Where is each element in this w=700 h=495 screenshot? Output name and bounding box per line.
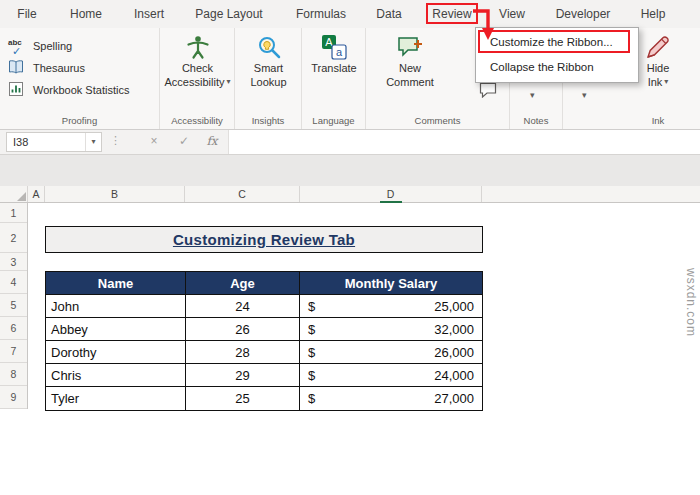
- cell-name[interactable]: Abbey: [46, 318, 186, 340]
- notes-dropdown-icon[interactable]: ▾: [530, 90, 535, 100]
- row-header-6[interactable]: 6: [0, 317, 27, 340]
- cell-name[interactable]: Tyler: [46, 387, 186, 410]
- salary-value: 26,000: [434, 345, 474, 360]
- cell-age[interactable]: 29: [186, 364, 300, 386]
- row-header-3[interactable]: 3: [0, 253, 27, 271]
- row-header-1[interactable]: 1: [0, 203, 27, 223]
- tab-help[interactable]: Help: [638, 0, 668, 28]
- ribbon-group-insights: Smart Lookup Insights: [235, 28, 302, 129]
- salary-value: 25,000: [434, 299, 474, 314]
- table-header-age[interactable]: Age: [186, 272, 300, 294]
- tab-file[interactable]: File: [13, 0, 41, 28]
- table-header-salary[interactable]: Monthly Salary: [300, 272, 482, 294]
- translate-button[interactable]: Aa Translate: [303, 34, 365, 74]
- cell-salary[interactable]: $27,000: [300, 387, 482, 410]
- cell-name[interactable]: John: [46, 295, 186, 317]
- ribbon-group-language: Aa Translate Language: [302, 28, 366, 129]
- salary-value: 32,000: [434, 322, 474, 337]
- spelling-button[interactable]: abc ✓ Spelling: [8, 36, 72, 56]
- watermark: wsxdn.com: [684, 268, 698, 337]
- tab-developer[interactable]: Developer: [554, 0, 612, 28]
- column-header-a[interactable]: A: [28, 186, 45, 202]
- column-header-filler: [482, 186, 700, 202]
- show-comments-icon[interactable]: [478, 82, 498, 98]
- row-header-4[interactable]: 4: [0, 271, 27, 294]
- check-accessibility-button[interactable]: Check Accessibility▾: [163, 34, 232, 88]
- title-cell[interactable]: Customizing Review Tab: [45, 226, 483, 253]
- table-row: John 24 $25,000: [46, 295, 482, 318]
- table-row: Chris 29 $24,000: [46, 364, 482, 387]
- hide-ink-label-2: Ink: [648, 76, 663, 88]
- row-header-9[interactable]: 9: [0, 386, 27, 409]
- formula-input[interactable]: [228, 130, 700, 154]
- new-comment-label-1: New: [399, 62, 421, 74]
- group-label-ink: Ink: [629, 115, 687, 126]
- currency-symbol: $: [308, 345, 315, 360]
- cancel-icon[interactable]: ×: [144, 134, 164, 148]
- name-box-value: I38: [7, 136, 85, 148]
- cell-salary[interactable]: $26,000: [300, 341, 482, 363]
- select-all-triangle-icon: [17, 192, 26, 201]
- column-header-b[interactable]: B: [45, 186, 185, 202]
- ribbon-group-accessibility: Check Accessibility▾ Accessibility: [160, 28, 235, 129]
- active-column-indicator: [380, 201, 402, 203]
- sheet-grid: A B C D 1 2 3 4 5 6 7 8 9 Customizing Re…: [0, 186, 700, 495]
- cell-age[interactable]: 28: [186, 341, 300, 363]
- hide-ink-label-1: Hide: [647, 62, 670, 74]
- enter-icon[interactable]: ✓: [174, 134, 194, 148]
- spelling-check-glyph: ✓: [12, 45, 21, 58]
- spacer-strip: [0, 155, 700, 186]
- column-header-c[interactable]: C: [185, 186, 300, 202]
- tab-data[interactable]: Data: [374, 0, 404, 28]
- cell-salary[interactable]: $32,000: [300, 318, 482, 340]
- row-header-5[interactable]: 5: [0, 294, 27, 317]
- name-box[interactable]: I38 ▾: [6, 132, 102, 152]
- tab-insert[interactable]: Insert: [132, 0, 166, 28]
- annotation-arrow: [470, 3, 502, 45]
- table-row: Dorothy 28 $26,000: [46, 341, 482, 364]
- workbook-statistics-icon: [8, 81, 28, 99]
- table-row: Abbey 26 $32,000: [46, 318, 482, 341]
- currency-symbol: $: [308, 391, 315, 406]
- row-header-column: 1 2 3 4 5 6 7 8 9: [0, 203, 28, 409]
- column-header-row: A B C D: [0, 186, 700, 203]
- workbook-statistics-label: Workbook Statistics: [33, 84, 129, 96]
- workbook-statistics-button[interactable]: Workbook Statistics: [8, 80, 129, 100]
- new-comment-icon: [397, 34, 423, 60]
- smart-lookup-icon: [256, 34, 282, 60]
- cell-age[interactable]: 25: [186, 387, 300, 410]
- group-label-notes[interactable]: Notes: [510, 115, 562, 126]
- formula-bar-handle-icon[interactable]: ⋮: [110, 134, 121, 147]
- ribbon-tab-bar: File Home Insert Page Layout Formulas Da…: [0, 0, 700, 28]
- salary-value: 27,000: [434, 391, 474, 406]
- menu-item-collapse-ribbon[interactable]: Collapse the Ribbon: [476, 55, 638, 80]
- data-table: Name Age Monthly Salary John 24 $25,000 …: [45, 271, 483, 411]
- chevron-down-icon: ▾: [664, 76, 668, 88]
- hide-ink-icon: [645, 34, 671, 60]
- new-comment-button[interactable]: New Comment: [374, 34, 446, 88]
- cell-salary[interactable]: $24,000: [300, 364, 482, 386]
- cell-age[interactable]: 26: [186, 318, 300, 340]
- tab-page-layout[interactable]: Page Layout: [194, 0, 264, 28]
- thesaurus-button[interactable]: Thesaurus: [8, 58, 85, 78]
- row-header-2[interactable]: 2: [0, 223, 27, 253]
- thesaurus-icon: [8, 59, 28, 77]
- group-label-language: Language: [302, 115, 365, 126]
- tab-home[interactable]: Home: [69, 0, 103, 28]
- insert-function-icon[interactable]: fx: [202, 134, 222, 148]
- cell-salary[interactable]: $25,000: [300, 295, 482, 317]
- row-header-8[interactable]: 8: [0, 363, 27, 386]
- cell-name[interactable]: Chris: [46, 364, 186, 386]
- column-header-d[interactable]: D: [300, 186, 482, 202]
- row-header-7[interactable]: 7: [0, 340, 27, 363]
- formula-bar: I38 ▾ ⋮ × ✓ fx: [0, 130, 700, 155]
- smart-lookup-button[interactable]: Smart Lookup: [237, 34, 300, 88]
- table-header-name[interactable]: Name: [46, 272, 186, 294]
- group-label-insights: Insights: [235, 115, 301, 126]
- name-box-dropdown-icon[interactable]: ▾: [85, 133, 101, 151]
- tab-formulas[interactable]: Formulas: [295, 0, 347, 28]
- cell-age[interactable]: 24: [186, 295, 300, 317]
- smart-lookup-label-1: Smart: [254, 62, 283, 74]
- select-all-corner[interactable]: [0, 186, 28, 202]
- cell-name[interactable]: Dorothy: [46, 341, 186, 363]
